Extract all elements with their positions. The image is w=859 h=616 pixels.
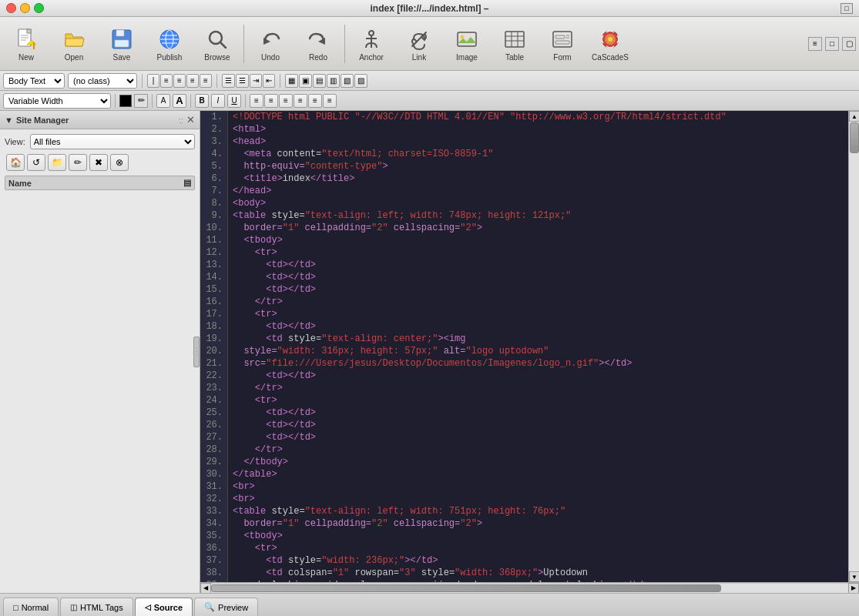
bold-button[interactable]: B bbox=[195, 94, 209, 108]
horizontal-scrollbar[interactable]: ◀ ▶ bbox=[200, 582, 859, 593]
font-increase-btn[interactable]: A bbox=[173, 94, 186, 108]
site-delete-btn[interactable]: ✖ bbox=[89, 154, 108, 171]
code-line[interactable]: 4. <meta content="text/html; charset=ISO… bbox=[200, 148, 848, 160]
toolbar-open[interactable]: Open bbox=[51, 20, 97, 68]
block-btn3[interactable]: ▤ bbox=[313, 74, 326, 88]
align-justify-btn[interactable]: ≡ bbox=[200, 74, 212, 88]
text-align-right[interactable]: ≡ bbox=[279, 94, 293, 108]
indent-btn[interactable]: ⇥ bbox=[250, 74, 262, 88]
code-line[interactable]: 34. border="1" cellpadding="2" cellspaci… bbox=[200, 517, 848, 530]
block-btn6[interactable]: ▨ bbox=[354, 74, 367, 88]
code-line[interactable]: 39. os da la bienvenida a la nueva secci… bbox=[200, 579, 848, 582]
scroll-h-thumb[interactable] bbox=[211, 584, 721, 592]
code-line[interactable]: 15. <td></td> bbox=[200, 283, 848, 296]
code-line[interactable]: 23. </tr> bbox=[200, 382, 848, 394]
scroll-down-btn[interactable]: ▼ bbox=[849, 571, 859, 582]
block-btn1[interactable]: ▦ bbox=[285, 74, 298, 88]
text-align-center[interactable]: ≡ bbox=[264, 94, 278, 108]
site-refresh-btn[interactable]: ↺ bbox=[27, 154, 45, 171]
tab-preview[interactable]: 🔍 Preview bbox=[194, 598, 258, 616]
code-line[interactable]: 12. <tr> bbox=[200, 246, 848, 259]
fullscreen-toggle[interactable]: ▢ bbox=[842, 37, 856, 51]
code-line[interactable]: 7.</head> bbox=[200, 185, 848, 197]
code-line[interactable]: 3.<head> bbox=[200, 136, 848, 148]
code-line[interactable]: 24. <tr> bbox=[200, 394, 848, 407]
toolbar-publish[interactable]: Publish bbox=[146, 20, 193, 68]
code-line[interactable]: 14. <td></td> bbox=[200, 271, 848, 283]
scroll-left-btn[interactable]: ◀ bbox=[200, 583, 211, 594]
italic-button[interactable]: I bbox=[211, 94, 225, 108]
code-line[interactable]: 35. <tbody> bbox=[200, 530, 848, 542]
code-line[interactable]: 5. http-equiv="content-type"> bbox=[200, 160, 848, 172]
tab-html-tags[interactable]: ◫ HTML Tags bbox=[60, 598, 133, 616]
toolbar-undo[interactable]: Undo bbox=[247, 20, 294, 68]
code-editor[interactable]: 1.<!DOCTYPE html PUBLIC "-//W3C//DTD HTM… bbox=[200, 111, 848, 582]
outdent-btn[interactable]: ⇤ bbox=[263, 74, 275, 88]
code-line[interactable]: 37. <td style="width: 236px;"></td> bbox=[200, 554, 848, 567]
code-line[interactable]: 30.</table> bbox=[200, 468, 848, 480]
tab-normal[interactable]: □ Normal bbox=[3, 598, 59, 616]
font-family-select[interactable]: Variable Width bbox=[3, 93, 111, 109]
sidebar-toggle[interactable]: ≡ bbox=[808, 37, 822, 51]
toolbar-browse[interactable]: Browse bbox=[194, 20, 240, 68]
tab-source[interactable]: ◁ Source bbox=[135, 598, 193, 616]
code-line[interactable]: 18. <td></td> bbox=[200, 320, 848, 333]
toolbar-cascade[interactable]: CaScadeS bbox=[587, 20, 633, 68]
block-btn2[interactable]: ▣ bbox=[299, 74, 312, 88]
align-left-btn[interactable]: ≡ bbox=[160, 74, 173, 88]
toolbar-table[interactable]: Table bbox=[492, 20, 538, 68]
maximize-button[interactable] bbox=[34, 3, 44, 13]
view-select[interactable]: All files bbox=[30, 134, 195, 149]
text-align-justify[interactable]: ≡ bbox=[294, 94, 307, 108]
code-line[interactable]: 21. src="file:///Users/jesus/Desktop/Doc… bbox=[200, 357, 848, 370]
code-line[interactable]: 27. <td></td> bbox=[200, 431, 848, 444]
ol-btn[interactable]: ☰ bbox=[236, 74, 249, 88]
toolbar-link[interactable]: Link bbox=[396, 20, 442, 68]
paragraph-style-select[interactable]: Body Text bbox=[3, 73, 65, 89]
code-line[interactable]: 38. <td colspan="1" rowspan="3" style="w… bbox=[200, 567, 848, 579]
code-line[interactable]: 6. <title>index</title> bbox=[200, 172, 848, 185]
toolbar-save[interactable]: Save bbox=[99, 20, 145, 68]
vertical-scrollbar[interactable]: ▲ ▼ bbox=[848, 111, 859, 582]
code-line[interactable]: 19. <td style="text-align: center;"><img bbox=[200, 333, 848, 345]
site-edit-btn[interactable]: ✏ bbox=[69, 154, 87, 171]
code-line[interactable]: 17. <tr> bbox=[200, 308, 848, 320]
zoom-button[interactable]: □ bbox=[841, 3, 853, 14]
toolbar-new[interactable]: New bbox=[3, 20, 49, 68]
scroll-h-track[interactable] bbox=[211, 584, 848, 593]
close-button[interactable] bbox=[6, 3, 16, 13]
block-btn5[interactable]: ▧ bbox=[341, 74, 354, 88]
code-line[interactable]: 8.<body> bbox=[200, 197, 848, 209]
text-color-swatch[interactable] bbox=[119, 95, 132, 107]
toolbar-image[interactable]: Image bbox=[444, 20, 490, 68]
toolbar-redo[interactable]: Redo bbox=[295, 20, 341, 68]
code-line[interactable]: 26. <td></td> bbox=[200, 419, 848, 431]
site-home-btn[interactable]: 🏠 bbox=[6, 154, 25, 171]
site-folder-btn[interactable]: 📁 bbox=[48, 154, 66, 171]
text-format-1[interactable]: ≡ bbox=[308, 94, 322, 108]
class-select[interactable]: (no class) bbox=[68, 73, 137, 89]
code-line[interactable]: 36. <tr> bbox=[200, 542, 848, 554]
text-format-2[interactable]: ≡ bbox=[323, 94, 337, 108]
toolbar-anchor[interactable]: Anchor bbox=[348, 20, 394, 68]
code-line[interactable]: 33.<table style="text-align: left; width… bbox=[200, 505, 848, 517]
pipe-btn[interactable]: | bbox=[147, 74, 159, 88]
text-align-left[interactable]: ≡ bbox=[250, 94, 263, 108]
code-line[interactable]: 20. style="width: 316px; height: 57px;" … bbox=[200, 345, 848, 357]
code-line[interactable]: 31.<br> bbox=[200, 480, 848, 493]
code-line[interactable]: 9.<table style="text-align: left; width:… bbox=[200, 209, 848, 222]
scroll-right-btn[interactable]: ▶ bbox=[848, 583, 859, 594]
block-btn4[interactable]: ▥ bbox=[327, 74, 340, 88]
code-line[interactable]: 25. <td></td> bbox=[200, 407, 848, 419]
code-line[interactable]: 13. <td></td> bbox=[200, 259, 848, 271]
code-line[interactable]: 16. </tr> bbox=[200, 296, 848, 308]
code-line[interactable]: 11. <tbody> bbox=[200, 234, 848, 246]
toolbar-form[interactable]: Form bbox=[539, 20, 586, 68]
site-stop-btn[interactable]: ⊗ bbox=[110, 154, 129, 171]
align-right-btn[interactable]: ≡ bbox=[186, 74, 199, 88]
code-line[interactable]: 1.<!DOCTYPE html PUBLIC "-//W3C//DTD HTM… bbox=[200, 111, 848, 123]
close-side-panel-button[interactable]: ✕ bbox=[186, 114, 195, 126]
font-decrease-btn[interactable]: A bbox=[156, 94, 170, 108]
scroll-thumb[interactable] bbox=[850, 122, 859, 153]
pencil-icon[interactable]: ✏ bbox=[134, 94, 148, 108]
